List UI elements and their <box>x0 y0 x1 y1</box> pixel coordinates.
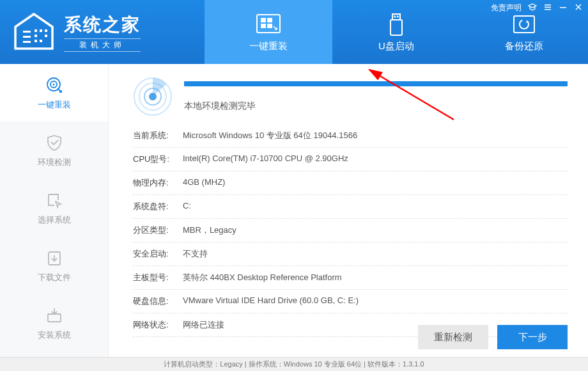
shield-icon <box>44 132 65 153</box>
svg-rect-7 <box>45 35 47 37</box>
scan-status: 本地环境检测完毕 <box>184 100 568 112</box>
svg-rect-0 <box>23 31 31 33</box>
svg-rect-14 <box>267 24 272 28</box>
next-button[interactable]: 下一步 <box>497 325 568 349</box>
info-value: VMware Virtual IDE Hard Drive (60.0 GB, … <box>183 296 359 307</box>
svg-rect-18 <box>391 20 402 35</box>
info-value: MBR，Legacy <box>183 225 236 236</box>
info-label: 主板型号: <box>133 272 183 283</box>
info-value: C: <box>183 201 191 212</box>
main-panel: 本地环境检测完毕 当前系统:Microsoft Windows 10 专业版 6… <box>109 64 588 357</box>
svg-rect-13 <box>261 24 266 28</box>
tab-usb-boot[interactable]: U盘启动 <box>332 0 460 64</box>
windows-icon <box>254 12 282 38</box>
usb-icon <box>382 12 410 38</box>
info-label: 物理内存: <box>133 177 183 189</box>
svg-rect-19 <box>514 16 534 33</box>
info-row: 分区类型:MBR，Legacy <box>133 219 568 242</box>
svg-rect-2 <box>23 41 31 43</box>
install-icon <box>44 305 65 326</box>
logo-icon <box>12 12 56 52</box>
header: 系统之家 装机大师 一键重装 U盘启动 备份还原 免责声明 <box>0 0 588 64</box>
info-list: 当前系统:Microsoft Windows 10 专业版 64位 19044.… <box>133 124 568 337</box>
svg-rect-5 <box>45 29 47 32</box>
close-button[interactable] <box>574 3 583 13</box>
svg-point-27 <box>52 84 54 86</box>
app-title: 系统之家 <box>64 13 141 37</box>
info-row: 物理内存:4GB (MHZ) <box>133 171 568 195</box>
menu-icon[interactable] <box>543 3 552 13</box>
select-icon <box>44 190 65 210</box>
info-row: 主板型号:英特尔 440BX Desktop Reference Platfor… <box>133 266 568 290</box>
info-value: 不支持 <box>183 248 208 260</box>
logo-area: 系统之家 装机大师 <box>0 0 205 64</box>
sidebar-item-detect[interactable]: 环境检测 <box>0 122 108 179</box>
footer-status: 计算机启动类型：Legacy | 操作系统：Windows 10 专业版 64位… <box>0 357 588 371</box>
sidebar-item-reinstall[interactable]: 一键重装 <box>0 64 108 122</box>
svg-rect-22 <box>545 7 551 8</box>
info-value: 英特尔 440BX Desktop Reference Platform <box>183 272 342 283</box>
svg-rect-24 <box>560 7 566 8</box>
sidebar: 一键重装 环境检测 选择系统 下载文件 安装系统 <box>0 64 109 357</box>
app-subtitle: 装机大师 <box>64 38 141 52</box>
info-row: 硬盘信息:VMware Virtual IDE Hard Drive (60.0… <box>133 290 568 313</box>
sidebar-item-select[interactable]: 选择系统 <box>0 179 108 237</box>
info-value: 网络已连接 <box>183 319 224 331</box>
graduation-icon[interactable] <box>528 3 537 13</box>
backup-icon <box>510 12 538 38</box>
svg-rect-29 <box>48 314 61 322</box>
tab-reinstall[interactable]: 一键重装 <box>205 0 332 64</box>
svg-rect-17 <box>397 15 399 17</box>
info-label: 硬盘信息: <box>133 296 183 307</box>
svg-rect-3 <box>35 29 37 32</box>
progress-bar <box>184 81 568 86</box>
svg-rect-15 <box>392 14 400 20</box>
svg-rect-16 <box>394 15 396 17</box>
minimize-button[interactable] <box>559 3 568 13</box>
info-label: 安全启动: <box>133 248 183 260</box>
info-label: CPU型号: <box>133 154 183 165</box>
target-icon <box>44 75 65 95</box>
info-value: Intel(R) Core(TM) i7-10700 CPU @ 2.90GHz <box>183 154 348 165</box>
info-label: 系统盘符: <box>133 201 183 212</box>
info-label: 当前系统: <box>133 130 183 141</box>
svg-rect-23 <box>545 9 551 10</box>
svg-rect-1 <box>23 36 31 38</box>
sidebar-item-install[interactable]: 安装系统 <box>0 294 108 352</box>
sidebar-item-download[interactable]: 下载文件 <box>0 237 108 294</box>
retry-button[interactable]: 重新检测 <box>418 325 488 349</box>
info-value: 4GB (MHZ) <box>183 177 225 189</box>
svg-rect-21 <box>545 4 551 6</box>
svg-rect-4 <box>40 29 42 32</box>
info-row: 系统盘符:C: <box>133 195 568 219</box>
radar-icon <box>133 77 173 116</box>
info-label: 分区类型: <box>133 225 183 236</box>
titlebar: 免责声明 <box>491 3 583 13</box>
info-value: Microsoft Windows 10 专业版 64位 19044.1566 <box>183 130 357 141</box>
svg-rect-8 <box>35 40 37 42</box>
info-row: 当前系统:Microsoft Windows 10 专业版 64位 19044.… <box>133 124 568 148</box>
info-label: 网络状态: <box>133 319 183 331</box>
disclaimer-link[interactable]: 免责声明 <box>491 3 522 13</box>
info-row: CPU型号:Intel(R) Core(TM) i7-10700 CPU @ 2… <box>133 148 568 171</box>
download-icon <box>44 248 65 268</box>
svg-rect-12 <box>267 18 272 22</box>
info-row: 安全启动:不支持 <box>133 242 568 266</box>
svg-rect-6 <box>35 35 37 37</box>
svg-rect-11 <box>261 18 266 22</box>
svg-rect-9 <box>40 40 42 42</box>
